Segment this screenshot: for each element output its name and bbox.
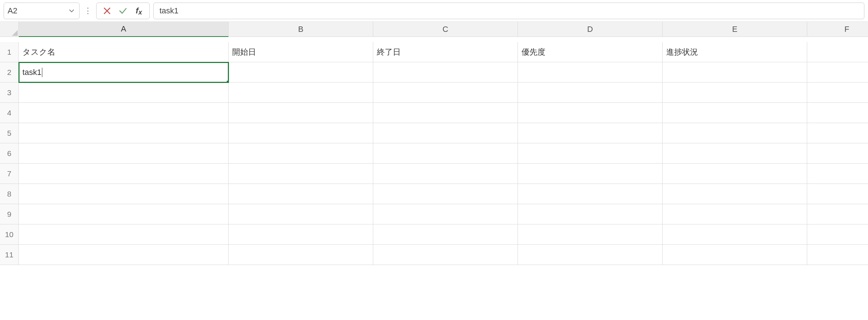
row-header[interactable]: 9 [0,204,19,224]
cell-A5[interactable] [19,123,229,143]
row-header[interactable]: 3 [0,83,19,103]
fx-icon: fx [136,6,142,16]
cell-C5[interactable] [373,123,518,143]
cell-C2[interactable] [373,62,518,83]
cancel-button[interactable] [102,5,112,16]
cell-B1[interactable]: 開始日 [229,42,373,62]
cell-E9[interactable] [663,204,807,224]
cell-F11[interactable] [807,245,868,265]
cell-B2[interactable] [229,62,373,83]
row-header[interactable]: 6 [0,143,19,164]
row-header[interactable]: 11 [0,245,19,265]
cell-A3[interactable] [19,83,229,103]
column-header-A[interactable]: A [19,22,229,37]
text-caret [42,68,42,77]
cell-C1[interactable]: 終了日 [373,42,518,62]
cell-F4[interactable] [807,103,868,123]
cell-F6[interactable] [807,143,868,164]
cell-B11[interactable] [229,245,373,265]
cell-E11[interactable] [663,245,807,265]
cell-A2[interactable]: task1 [19,62,229,83]
column-header-E[interactable]: E [663,22,807,37]
column-header-B[interactable]: B [229,22,373,37]
cell-B4[interactable] [229,103,373,123]
cell-F1[interactable] [807,42,868,62]
cell-F3[interactable] [807,83,868,103]
chevron-down-icon[interactable] [68,7,76,15]
cell-E3[interactable] [663,83,807,103]
cell-C8[interactable] [373,184,518,204]
cell-F10[interactable] [807,224,868,245]
row-header[interactable]: 8 [0,184,19,204]
cell-B8[interactable] [229,184,373,204]
insert-function-button[interactable]: fx [133,5,144,16]
cell-A4[interactable] [19,103,229,123]
row-header[interactable]: 1 [0,42,19,62]
cell-F9[interactable] [807,204,868,224]
cell-C10[interactable] [373,224,518,245]
cell-D5[interactable] [518,123,663,143]
cell-A6[interactable] [19,143,229,164]
cell-E1[interactable]: 進捗状況 [663,42,807,62]
cell-B6[interactable] [229,143,373,164]
formula-edit-buttons: fx [96,3,150,19]
more-icon[interactable]: ⋮ [83,6,93,16]
cell-B3[interactable] [229,83,373,103]
cell-C9[interactable] [373,204,518,224]
name-box[interactable]: A2 [4,3,80,19]
column-header-F[interactable]: F [807,22,868,37]
formula-bar: A2 ⋮ fx task1 [0,0,868,22]
cell-C3[interactable] [373,83,518,103]
cell-D8[interactable] [518,184,663,204]
select-all-corner[interactable] [0,22,19,37]
row-header[interactable]: 4 [0,103,19,123]
cell-E10[interactable] [663,224,807,245]
cell-D9[interactable] [518,204,663,224]
cell-F5[interactable] [807,123,868,143]
cell-F2[interactable] [807,62,868,83]
row-header[interactable]: 2 [0,62,19,83]
cell-A9[interactable] [19,204,229,224]
cell-C4[interactable] [373,103,518,123]
cell-E6[interactable] [663,143,807,164]
cell-D1[interactable]: 優先度 [518,42,663,62]
cell-C11[interactable] [373,245,518,265]
cell-D4[interactable] [518,103,663,123]
cell-D10[interactable] [518,224,663,245]
cell-C7[interactable] [373,164,518,184]
cell-D7[interactable] [518,164,663,184]
cell-D11[interactable] [518,245,663,265]
cell-B5[interactable] [229,123,373,143]
row-header[interactable]: 7 [0,164,19,184]
column-header-D[interactable]: D [518,22,663,37]
cell-D6[interactable] [518,143,663,164]
cell-A2-value: task1 [22,68,42,77]
spreadsheet-grid[interactable]: A B C D E F 1 タスク名 開始日 終了日 優先度 進捗状況 2 ta… [0,22,868,265]
cell-D3[interactable] [518,83,663,103]
cell-E4[interactable] [663,103,807,123]
row-header[interactable]: 5 [0,123,19,143]
cell-E5[interactable] [663,123,807,143]
enter-button[interactable] [118,5,128,16]
cell-D2[interactable] [518,62,663,83]
cell-A11[interactable] [19,245,229,265]
cell-F7[interactable] [807,164,868,184]
cell-E7[interactable] [663,164,807,184]
cell-F8[interactable] [807,184,868,204]
cell-E8[interactable] [663,184,807,204]
formula-input[interactable]: task1 [153,3,864,19]
row-header[interactable]: 10 [0,224,19,245]
cell-E2[interactable] [663,62,807,83]
name-box-value: A2 [8,6,68,16]
cell-A10[interactable] [19,224,229,245]
cell-B10[interactable] [229,224,373,245]
cell-A1[interactable]: タスク名 [19,42,229,62]
cell-B7[interactable] [229,164,373,184]
column-header-C[interactable]: C [373,22,518,37]
cell-A8[interactable] [19,184,229,204]
cell-C6[interactable] [373,143,518,164]
formula-input-value: task1 [159,6,179,16]
cell-A7[interactable] [19,164,229,184]
cell-B9[interactable] [229,204,373,224]
